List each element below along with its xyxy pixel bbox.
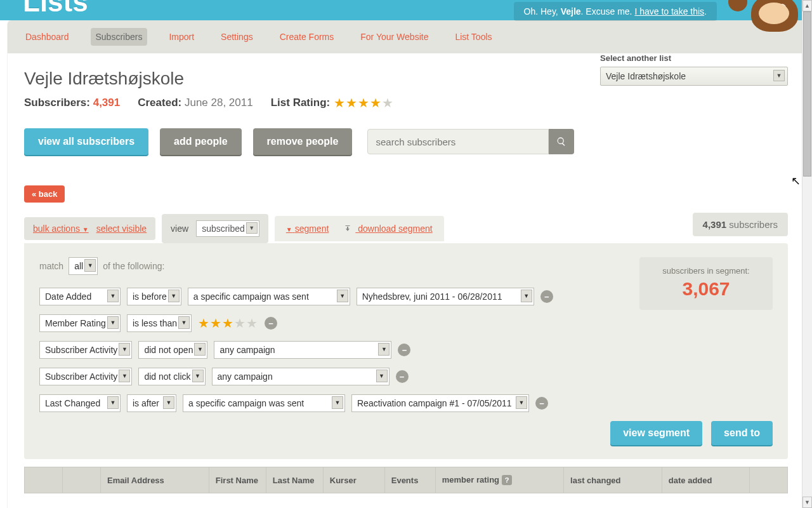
subscriber-total-badge: 4,391 subscribers bbox=[693, 213, 788, 236]
condition-field-select[interactable]: Subscriber Activity▼ bbox=[39, 368, 132, 385]
rating-stars-input[interactable]: ★★★★★ bbox=[198, 317, 258, 330]
view-filter-select[interactable]: subscribed ▼ bbox=[196, 220, 259, 237]
condition-row: Last Changed▼ is after▼ a specific campa… bbox=[39, 394, 773, 412]
scroll-up-button[interactable]: ▲ bbox=[802, 0, 812, 11]
list-rating-stars: ★★★★★ bbox=[334, 97, 394, 109]
col-date-added[interactable]: date added bbox=[662, 467, 749, 493]
condition-val2-select[interactable]: Nyhedsbrev, juni 2011 - 06/28/2011▼ bbox=[357, 288, 534, 305]
view-pill: view subscribed ▼ bbox=[162, 214, 268, 243]
search-subscribers-input[interactable] bbox=[367, 129, 549, 154]
col-member-rating[interactable]: member rating? bbox=[435, 467, 563, 493]
condition-field-select[interactable]: Date Added▼ bbox=[39, 288, 121, 305]
list-meta: Subscribers: 4,391 Created: June 28, 201… bbox=[24, 97, 788, 109]
tab-create-forms[interactable]: Create Forms bbox=[275, 28, 339, 46]
subscribers-table: Email Address First Name Last Name Kurse… bbox=[24, 467, 788, 493]
top-banner: Lists Oh. Hey, Vejle. Excuse me. I have … bbox=[0, 0, 812, 20]
col-star[interactable] bbox=[63, 467, 101, 493]
segment-count-box: subscribers in segment: 3,067 bbox=[639, 257, 773, 310]
remove-condition-button[interactable]: − bbox=[265, 317, 277, 330]
download-segment-link[interactable]: download segment bbox=[343, 224, 432, 234]
segment-count-number: 3,067 bbox=[646, 278, 766, 300]
match-mode-select[interactable]: all▼ bbox=[69, 257, 98, 275]
condition-op-select[interactable]: did not open▼ bbox=[138, 341, 207, 359]
condition-val2-select[interactable]: Reactivation campaign #1 - 07/05/2011▼ bbox=[351, 394, 529, 412]
select-another-list: Select another list Vejle Idrætshøjskole… bbox=[600, 53, 788, 86]
download-icon bbox=[343, 225, 353, 233]
add-people-button[interactable]: add people bbox=[160, 128, 241, 155]
segment-builder-panel: subscribers in segment: 3,067 match all▼… bbox=[24, 243, 788, 459]
select-another-list-label: Select another list bbox=[600, 53, 788, 63]
vertical-scrollbar[interactable]: ▲ ▼ bbox=[802, 0, 812, 508]
search-button[interactable] bbox=[549, 129, 574, 154]
condition-row: Subscriber Activity▼ did not open▼ any c… bbox=[39, 341, 773, 359]
condition-val1-select[interactable]: any campaign▼ bbox=[214, 341, 391, 359]
tab-dashboard[interactable]: Dashboard bbox=[20, 28, 74, 46]
condition-val1-select[interactable]: a specific campaign was sent▼ bbox=[183, 394, 345, 412]
chevron-down-icon: ▼ bbox=[773, 70, 785, 81]
tab-list-tools[interactable]: List Tools bbox=[450, 28, 497, 46]
segment-link[interactable]: ▼ segment bbox=[286, 224, 329, 234]
view-all-subscribers-button[interactable]: view all subscribers bbox=[24, 128, 148, 155]
remove-people-button[interactable]: remove people bbox=[253, 128, 353, 155]
condition-row: Subscriber Activity▼ did not click▼ any … bbox=[39, 368, 773, 385]
condition-op-select[interactable]: did not click▼ bbox=[138, 368, 205, 385]
help-icon[interactable]: ? bbox=[502, 475, 512, 485]
condition-op-select[interactable]: is after▼ bbox=[127, 394, 176, 412]
scrollbar-thumb[interactable] bbox=[803, 11, 811, 177]
search-icon bbox=[556, 137, 566, 147]
col-last-changed[interactable]: last changed bbox=[564, 467, 662, 493]
tab-navigation: Dashboard Subscribers Import Settings Cr… bbox=[8, 20, 804, 53]
tab-for-your-website[interactable]: For Your Website bbox=[355, 28, 433, 46]
greeting-bubble: Oh. Hey, Vejle. Excuse me. I have to tak… bbox=[514, 2, 717, 21]
remove-condition-button[interactable]: − bbox=[398, 344, 410, 356]
list-select-dropdown[interactable]: Vejle Idrætshøjskole ▼ bbox=[600, 67, 788, 86]
col-first-name[interactable]: First Name bbox=[209, 467, 266, 493]
view-segment-button[interactable]: view segment bbox=[610, 421, 702, 445]
condition-op-select[interactable]: is less than▼ bbox=[127, 314, 192, 332]
bulk-actions-pill: bulk actions ▼ select visible bbox=[24, 217, 155, 240]
bulk-actions-link[interactable]: bulk actions ▼ bbox=[33, 224, 89, 234]
page-section-title: Lists bbox=[23, 0, 88, 18]
tab-subscribers[interactable]: Subscribers bbox=[91, 28, 148, 46]
col-kurser[interactable]: Kurser bbox=[323, 467, 384, 493]
subscriber-count: 4,391 bbox=[93, 97, 121, 109]
scroll-down-button[interactable]: ▼ bbox=[802, 497, 812, 508]
take-this-link[interactable]: I have to take this bbox=[634, 6, 704, 17]
condition-val1-select[interactable]: a specific campaign was sent▼ bbox=[188, 288, 350, 305]
col-email[interactable]: Email Address bbox=[101, 467, 209, 493]
condition-field-select[interactable]: Member Rating▼ bbox=[39, 314, 121, 332]
condition-row: Member Rating▼ is less than▼ ★★★★★ − bbox=[39, 314, 773, 332]
chevron-down-icon: ▼ bbox=[84, 259, 96, 272]
back-button[interactable]: « back bbox=[24, 185, 65, 203]
send-to-button[interactable]: send to bbox=[711, 421, 773, 445]
chevron-down-icon: ▼ bbox=[82, 226, 89, 233]
chevron-down-icon: ▼ bbox=[286, 226, 292, 233]
select-visible-link[interactable]: select visible bbox=[96, 224, 147, 234]
col-actions bbox=[750, 467, 788, 493]
condition-val1-select[interactable]: any campaign▼ bbox=[212, 368, 390, 385]
tab-settings[interactable]: Settings bbox=[216, 28, 258, 46]
col-checkbox[interactable] bbox=[25, 467, 63, 493]
mascot-monkey-icon bbox=[735, 0, 798, 20]
condition-field-select[interactable]: Subscriber Activity▼ bbox=[39, 341, 132, 359]
chevron-down-icon: ▼ bbox=[246, 222, 258, 234]
col-last-name[interactable]: Last Name bbox=[266, 467, 323, 493]
condition-op-select[interactable]: is before▼ bbox=[127, 288, 181, 305]
tab-import[interactable]: Import bbox=[164, 28, 199, 46]
condition-field-select[interactable]: Last Changed▼ bbox=[39, 394, 121, 412]
remove-condition-button[interactable]: − bbox=[540, 290, 553, 303]
segment-tab: ▼ segment download segment bbox=[275, 216, 444, 241]
remove-condition-button[interactable]: − bbox=[535, 397, 548, 410]
col-events[interactable]: Events bbox=[384, 467, 435, 493]
remove-condition-button[interactable]: − bbox=[396, 370, 409, 383]
